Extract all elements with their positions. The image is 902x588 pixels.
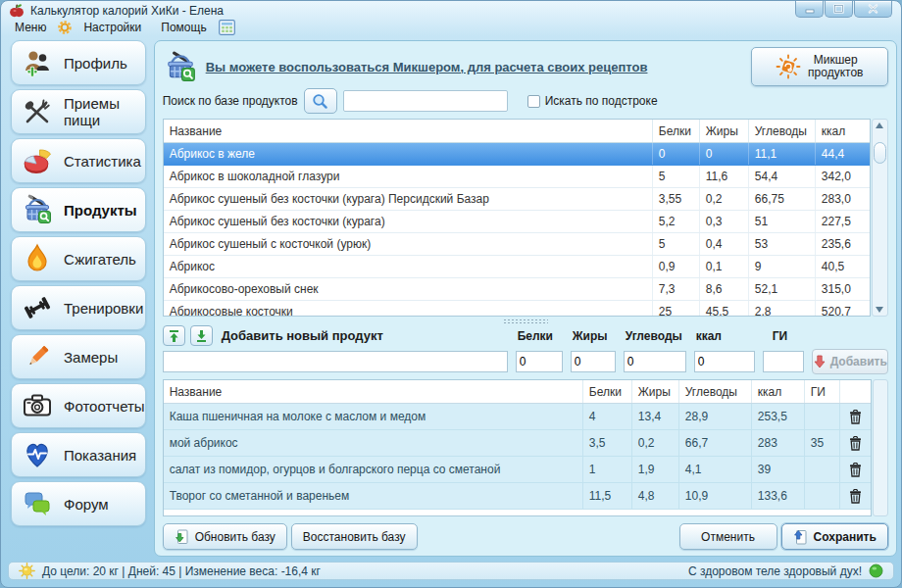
column-header-fat[interactable]: Жиры bbox=[699, 120, 748, 142]
maximize-button[interactable] bbox=[825, 1, 853, 18]
save-button[interactable]: Сохранить bbox=[781, 523, 888, 550]
window-controls bbox=[795, 1, 892, 18]
add-product-panel: Добавить новый продукт Белки Жиры Углево… bbox=[163, 325, 888, 374]
meals-icon bbox=[22, 96, 53, 127]
column-header-kcal[interactable]: ккал bbox=[751, 380, 804, 403]
chat-bubbles-icon bbox=[22, 488, 53, 519]
products-table: Название Белки Жиры Углеводы ккал Абрико… bbox=[163, 119, 888, 317]
table-row[interactable]: Абрикос сушеный без косточки (курага) 5,… bbox=[164, 211, 870, 233]
delete-row-button[interactable] bbox=[839, 430, 871, 456]
search-button[interactable] bbox=[304, 88, 337, 114]
table-row[interactable]: мой абрикос 3,5 0,2 66,7 283 35 bbox=[164, 430, 871, 457]
menu-item-help[interactable]: Помощь bbox=[157, 19, 210, 36]
new-product-kcal-input[interactable] bbox=[694, 351, 755, 372]
add-product-title: Добавить новый продукт bbox=[222, 328, 383, 343]
search-label: Поиск по базе продуктов bbox=[163, 94, 298, 108]
column-header-carbs[interactable]: Углеводы bbox=[748, 120, 815, 142]
sidebar-item-burner[interactable]: Сжигатель bbox=[11, 236, 146, 281]
field-label-protein: Белки bbox=[516, 329, 563, 343]
sidebar-item-meals[interactable]: Приемы пищи bbox=[11, 89, 146, 134]
sidebar-item-label: Продукты bbox=[64, 202, 137, 219]
motto-text: С здоровом теле здоровый дух! bbox=[688, 564, 862, 578]
column-header-protein[interactable]: Белки bbox=[582, 380, 631, 403]
table-row[interactable]: Каша пшеничная на молоке с маслом и медо… bbox=[164, 404, 871, 430]
sidebar-item-label: Статистика bbox=[64, 153, 141, 170]
cancel-button[interactable]: Отменить bbox=[679, 523, 777, 550]
add-product-button[interactable]: Добавить bbox=[812, 349, 888, 374]
column-header-carbs[interactable]: Углеводы bbox=[678, 380, 751, 403]
mixer-link[interactable]: Вы можете воспользоваться Микшером, для … bbox=[206, 60, 648, 74]
sidebar-item-photo-reports[interactable]: Фотоотчеты bbox=[11, 383, 146, 428]
table-row[interactable]: Абрикосово-ореховый снек 7,3 8,6 52,1 31… bbox=[164, 278, 870, 301]
pencil-icon bbox=[22, 341, 53, 372]
splitter-handle[interactable] bbox=[503, 318, 548, 324]
sidebar-item-forum[interactable]: Форум bbox=[11, 481, 146, 526]
update-base-button[interactable]: Обновить базу bbox=[163, 523, 287, 550]
table-row[interactable]: Абрикос 0,9 0,1 9 40,5 bbox=[164, 256, 870, 278]
substring-checkbox[interactable] bbox=[527, 95, 540, 108]
new-product-gi-input[interactable] bbox=[763, 351, 804, 372]
field-label-carbs: Углеводы bbox=[624, 329, 686, 343]
my-products-table: Название Белки Жиры Углеводы ккал ГИ Каш… bbox=[163, 379, 888, 516]
menu-item-menu[interactable]: Меню bbox=[11, 19, 50, 36]
column-header-protein[interactable]: Белки bbox=[652, 120, 699, 142]
sidebar: Профиль Приемы пищи bbox=[11, 40, 146, 557]
export-base-button[interactable] bbox=[163, 325, 185, 346]
my-products-table-body: Каша пшеничная на молоке с маслом и медо… bbox=[164, 404, 871, 510]
scroll-down-arrow[interactable] bbox=[876, 307, 883, 313]
sidebar-item-indicators[interactable]: Показания bbox=[11, 432, 146, 477]
products-panel: Вы можете воспользоваться Микшером, для … bbox=[154, 40, 897, 557]
dumbbell-icon bbox=[22, 292, 53, 323]
minimize-button[interactable] bbox=[795, 1, 824, 18]
table-row[interactable]: Абрикос сушеный без косточки (курага) Пе… bbox=[164, 188, 870, 211]
arrow-down-red-icon bbox=[813, 355, 827, 368]
column-header-name[interactable]: Название bbox=[164, 120, 652, 142]
import-base-button[interactable] bbox=[190, 325, 213, 346]
heart-pulse-icon bbox=[22, 439, 53, 470]
scrollbar-thumb[interactable] bbox=[874, 142, 886, 164]
column-header-kcal[interactable]: ккал bbox=[815, 120, 870, 142]
table-row[interactable]: салат из помидор, огурцов и болгарского … bbox=[164, 457, 871, 483]
delete-row-button[interactable] bbox=[839, 404, 871, 429]
online-status-icon bbox=[869, 564, 883, 578]
arrow-up-bar-icon bbox=[168, 329, 180, 343]
calculator-icon[interactable] bbox=[219, 20, 235, 35]
table-row[interactable]: Творог со сметанной и вареньем 11,5 4,8 … bbox=[164, 483, 871, 510]
search-input[interactable] bbox=[343, 90, 508, 112]
field-label-gi: ГИ bbox=[763, 329, 804, 343]
new-product-name-input[interactable] bbox=[163, 351, 508, 372]
sidebar-item-label: Показания bbox=[64, 447, 136, 464]
sidebar-item-measurements[interactable]: Замеры bbox=[11, 334, 146, 379]
delete-row-button[interactable] bbox=[839, 457, 871, 482]
new-product-carbs-input[interactable] bbox=[624, 351, 686, 372]
mixer-products-button[interactable]: Микшерпродуктов bbox=[751, 47, 888, 86]
table-row[interactable]: Абрикос в шоколадной глазури 5 11,6 54,4… bbox=[164, 166, 870, 188]
sidebar-item-statistics[interactable]: Статистика bbox=[11, 138, 146, 183]
footer-buttons: Обновить базу Восстановить базу Отменить… bbox=[163, 523, 888, 550]
my-products-table-header: Название Белки Жиры Углеводы ккал ГИ bbox=[164, 380, 871, 404]
menu-bar: Меню Настройки Помощь bbox=[1, 19, 901, 36]
column-header-fat[interactable]: Жиры bbox=[631, 380, 678, 403]
new-product-fat-input[interactable] bbox=[571, 351, 616, 372]
table-row[interactable]: Абрикос в желе 0 0 11,1 44,4 bbox=[164, 143, 870, 166]
vertical-scrollbar[interactable] bbox=[872, 119, 888, 317]
restore-base-button[interactable]: Восстановить базу bbox=[291, 523, 418, 550]
delete-row-button[interactable] bbox=[839, 483, 871, 509]
sidebar-item-products[interactable]: Продукты bbox=[11, 187, 146, 232]
sidebar-item-profile[interactable]: Профиль bbox=[11, 40, 146, 85]
menu-item-settings[interactable]: Настройки bbox=[79, 19, 145, 36]
my-products-scrollbar-track[interactable] bbox=[873, 379, 888, 516]
sidebar-item-workouts[interactable]: Тренировки bbox=[11, 285, 146, 330]
column-header-name[interactable]: Название bbox=[164, 380, 582, 403]
app-window: Калькулятор калорий ХиКи - Елена Меню На… bbox=[0, 0, 902, 588]
products-table-header: Название Белки Жиры Углеводы ккал bbox=[164, 120, 870, 143]
profile-icon bbox=[22, 47, 53, 78]
scrollbar-track[interactable] bbox=[873, 128, 887, 307]
column-header-gi[interactable]: ГИ bbox=[804, 380, 839, 403]
search-row: Поиск по базе продуктов Искать по подстр… bbox=[163, 86, 888, 116]
new-product-protein-input[interactable] bbox=[516, 351, 563, 372]
close-button[interactable] bbox=[854, 1, 892, 18]
trash-icon bbox=[849, 463, 862, 477]
table-row[interactable]: Абрикосовые косточки 25 45,5 2,8 520,7 bbox=[164, 301, 870, 317]
table-row[interactable]: Абрикос сушеный с косточкой (урюк) 5 0,4… bbox=[164, 233, 870, 256]
